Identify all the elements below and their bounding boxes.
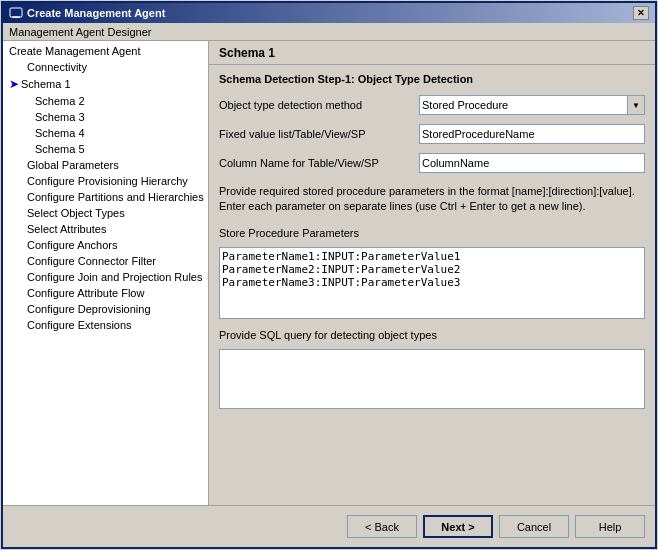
sidebar-label: Configure Attribute Flow [27,287,144,299]
sql-query-label: Provide SQL query for detecting object t… [219,329,645,341]
sidebar-item-configure-extensions[interactable]: Configure Extensions [3,317,208,333]
sidebar-item-configure-attribute-flow[interactable]: Configure Attribute Flow [3,285,208,301]
sidebar-label: Configure Extensions [27,319,132,331]
sidebar-item-select-attributes[interactable]: Select Attributes [3,221,208,237]
sidebar-item-configure-deprovisioning[interactable]: Configure Deprovisioning [3,301,208,317]
window-title: Create Management Agent [27,7,165,19]
sidebar-label: Configure Provisioning Hierarchy [27,175,188,187]
sidebar-item-create-management-agent[interactable]: Create Management Agent [3,43,208,59]
sidebar-label: Schema 2 [35,95,85,107]
sidebar-item-select-object-types[interactable]: Select Object Types [3,205,208,221]
sidebar-label: Schema 4 [35,127,85,139]
window-body: Management Agent Designer Create Managem… [3,23,655,547]
main-window: Create Management Agent ✕ Management Age… [1,1,657,549]
title-bar: Create Management Agent ✕ [3,3,655,23]
close-button[interactable]: ✕ [633,6,649,20]
sidebar-label: Connectivity [27,61,87,73]
column-name-label: Column Name for Table/View/SP [219,157,419,169]
sidebar-label: Schema 5 [35,143,85,155]
column-name-input[interactable] [419,153,645,173]
sidebar-item-configure-provisioning-hierarchy[interactable]: Configure Provisioning Hierarchy [3,173,208,189]
fixed-value-label: Fixed value list/Table/View/SP [219,128,419,140]
sidebar-label: Global Parameters [27,159,119,171]
section-title: Schema Detection Step-1: Object Type Det… [219,73,645,85]
cancel-button[interactable]: Cancel [499,515,569,538]
sidebar-item-schema-5[interactable]: Schema 5 [3,141,208,157]
sidebar-label: Configure Connector Filter [27,255,156,267]
sidebar-item-schema-4[interactable]: Schema 4 [3,125,208,141]
sidebar-item-schema-2[interactable]: Schema 2 [3,93,208,109]
content-area: Create Management Agent Connectivity ➤ S… [3,41,655,505]
fixed-value-input[interactable] [419,124,645,144]
help-button[interactable]: Help [575,515,645,538]
svg-rect-2 [13,17,19,18]
sidebar-item-connectivity[interactable]: Connectivity [3,59,208,75]
current-arrow-icon: ➤ [9,77,19,91]
footer: < Back Next > Cancel Help [3,505,655,547]
description-text: Provide required stored procedure parame… [219,182,645,217]
store-procedure-params-input[interactable]: ParameterName1:INPUT:ParameterValue1 Par… [219,247,645,319]
detection-method-wrapper: Stored Procedure ▼ [419,95,645,115]
sidebar-item-global-parameters[interactable]: Global Parameters [3,157,208,173]
sidebar-item-configure-join[interactable]: Configure Join and Projection Rules [3,269,208,285]
store-procedure-label: Store Procedure Parameters [219,227,645,239]
fixed-value-row: Fixed value list/Table/View/SP [219,124,645,144]
back-button[interactable]: < Back [347,515,417,538]
panel-header: Schema 1 [209,41,655,65]
sidebar-item-configure-connector-filter[interactable]: Configure Connector Filter [3,253,208,269]
sidebar-label: Schema 1 [21,78,71,90]
detection-method-dropdown[interactable]: Stored Procedure [419,95,645,115]
sidebar-label: Configure Anchors [27,239,118,251]
app-icon [9,6,23,20]
sidebar-label: Configure Deprovisioning [27,303,151,315]
sidebar-label: Configure Join and Projection Rules [27,271,203,283]
svg-rect-0 [10,8,22,17]
title-bar-left: Create Management Agent [9,6,165,20]
sidebar: Create Management Agent Connectivity ➤ S… [3,41,209,505]
sidebar-label: Schema 3 [35,111,85,123]
sidebar-item-configure-anchors[interactable]: Configure Anchors [3,237,208,253]
sidebar-label: Select Object Types [27,207,125,219]
sidebar-item-schema-1[interactable]: ➤ Schema 1 [3,75,208,93]
sidebar-label: Configure Partitions and Hierarchies [27,191,204,203]
main-panel: Schema 1 Schema Detection Step-1: Object… [209,41,655,505]
sidebar-label: Select Attributes [27,223,107,235]
menu-bar: Management Agent Designer [3,23,655,41]
sidebar-label: Create Management Agent [9,45,140,57]
sql-query-input[interactable] [219,349,645,409]
detection-method-label: Object type detection method [219,99,419,111]
panel-content: Schema Detection Step-1: Object Type Det… [209,65,655,505]
next-button[interactable]: Next > [423,515,493,538]
menu-bar-label: Management Agent Designer [9,26,151,38]
panel-title: Schema 1 [219,46,275,60]
column-name-row: Column Name for Table/View/SP [219,153,645,173]
sidebar-item-configure-partitions[interactable]: Configure Partitions and Hierarchies [3,189,208,205]
sidebar-item-schema-3[interactable]: Schema 3 [3,109,208,125]
detection-method-row: Object type detection method Stored Proc… [219,95,645,115]
